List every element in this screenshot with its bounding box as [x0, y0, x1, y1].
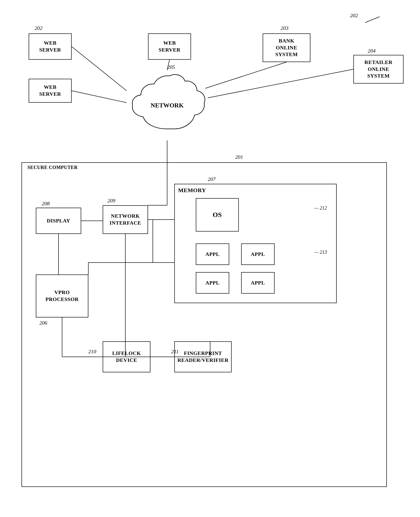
- ref-210: 210: [88, 348, 96, 355]
- ref-205: 205: [167, 64, 175, 70]
- vpro-processor-box: VPROPROCESSOR: [36, 274, 88, 318]
- os-box: OS: [196, 198, 239, 231]
- svg-line-3: [72, 46, 127, 91]
- web-server-left: WEBSERVER: [29, 79, 72, 103]
- svg-line-2: [365, 22, 368, 23]
- ref-209: 209: [107, 198, 115, 204]
- svg-line-1: [368, 17, 380, 22]
- appl-box-1: APPL: [196, 244, 229, 265]
- web-server-main: WEBSERVER: [148, 33, 191, 60]
- ref-213: — 213: [314, 249, 327, 255]
- retailer-online-system: RETAILERONLINESYSTEM: [353, 55, 404, 83]
- appl-box-3: APPL: [196, 272, 229, 294]
- bank-online-system: BANKONLINESYSTEM: [263, 33, 310, 62]
- svg-line-5: [205, 62, 286, 88]
- ref-202: 202: [35, 25, 43, 31]
- svg-line-6: [208, 69, 353, 98]
- network-interface-box: NETWORKINTERFACE: [103, 205, 148, 234]
- ref-203: 203: [281, 25, 288, 31]
- web-server-202: WEBSERVER: [29, 33, 72, 60]
- display-box: DISPLAY: [36, 208, 81, 234]
- secure-computer-label: SECURE COMPUTER: [27, 165, 78, 170]
- ref-204: 204: [368, 48, 375, 54]
- ref-212: — 212: [314, 205, 327, 211]
- network-cloud: NETWORK: [127, 69, 208, 141]
- ref-206: 206: [39, 320, 47, 326]
- svg-text:NETWORK: NETWORK: [151, 102, 184, 109]
- fingerprint-reader-box: FINGERPRINTREADER/VERIFIER: [174, 341, 232, 372]
- ref-200: 202: [350, 12, 358, 19]
- svg-line-7: [72, 91, 127, 103]
- appl-box-4: APPL: [241, 272, 275, 294]
- diagram: 202 WEBSERVER 202 WEBSERVER BANKONLINESY…: [0, 0, 420, 517]
- ref-201: 201: [235, 154, 243, 160]
- lifelock-device-box: LIFELOCKDEVICE: [103, 341, 150, 372]
- ref-211: 211: [171, 348, 179, 355]
- ref-207: 207: [208, 176, 216, 182]
- ref-208: 208: [42, 200, 50, 207]
- appl-box-2: APPL: [241, 244, 275, 265]
